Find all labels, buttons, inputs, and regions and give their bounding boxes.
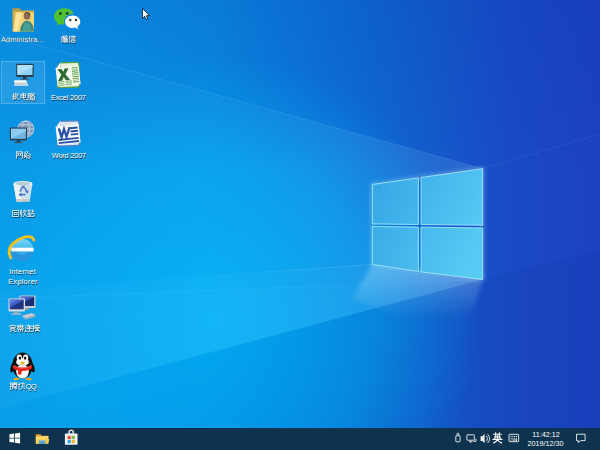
- svg-text:QQ: QQ: [26, 382, 37, 391]
- svg-text:2019/12/30: 2019/12/30: [528, 439, 564, 448]
- svg-text:Word 2007: Word 2007: [52, 151, 87, 160]
- svg-text:11:42:12: 11:42:12: [532, 430, 559, 439]
- svg-text:Explorer: Explorer: [8, 277, 38, 286]
- svg-text:Excel 2007: Excel 2007: [51, 93, 86, 102]
- svg-text:Administra...: Administra...: [1, 35, 44, 44]
- svg-text:Internet: Internet: [9, 267, 37, 276]
